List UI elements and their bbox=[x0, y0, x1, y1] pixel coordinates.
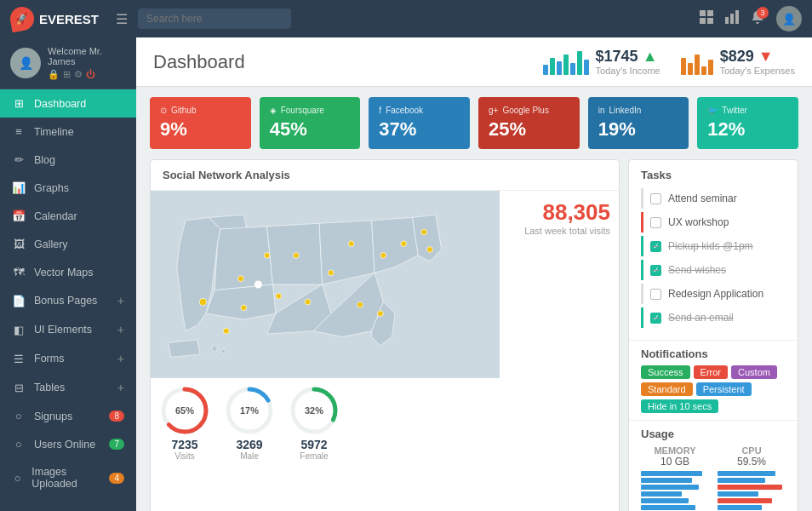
svg-rect-0 bbox=[700, 10, 706, 16]
sidebar-item-calendar[interactable]: 📅 Calendar bbox=[0, 202, 136, 230]
sidebar-item-images-uploaded[interactable]: ○ Images Uploaded 4 bbox=[0, 458, 136, 497]
expenses-label: Today's Expenses bbox=[720, 66, 795, 76]
profile-settings-icon[interactable]: ⚙ bbox=[74, 69, 83, 80]
vectormaps-icon: 🗺 bbox=[12, 266, 26, 278]
svg-rect-6 bbox=[735, 10, 739, 24]
svg-point-22 bbox=[427, 247, 433, 253]
tag-error[interactable]: Error bbox=[694, 365, 728, 379]
svg-point-14 bbox=[276, 293, 282, 299]
task-item-attend: Attend seminar bbox=[641, 188, 786, 209]
sidebar-label-timeline: Timeline bbox=[34, 126, 74, 138]
sidebar-item-timeline[interactable]: ≡ Timeline bbox=[0, 118, 136, 146]
chart-nav-icon[interactable] bbox=[725, 10, 739, 27]
mem-bar-2 bbox=[641, 478, 692, 483]
sidebar-nav: ⊞ Dashboard ≡ Timeline ✏ Blog 📊 Graphs 📅… bbox=[0, 89, 136, 511]
cpu-bar-6 bbox=[718, 505, 762, 510]
social-card-github[interactable]: ⊙ Github 9% bbox=[150, 97, 251, 149]
search-input[interactable] bbox=[138, 9, 291, 29]
tag-persistent[interactable]: Persistent bbox=[696, 382, 752, 396]
mem-bar-4 bbox=[641, 491, 682, 497]
bonus-icon: 📄 bbox=[12, 295, 26, 307]
svg-point-24 bbox=[357, 302, 363, 308]
sidebar-item-dashboard[interactable]: ⊞ Dashboard bbox=[0, 89, 136, 118]
sidebar-item-vector-maps[interactable]: 🗺 Vector Maps bbox=[0, 258, 136, 286]
social-card-facebook[interactable]: f Facebook 37% bbox=[369, 97, 470, 149]
sidebar-item-ui-elements[interactable]: ◧ UI Elements + bbox=[0, 315, 136, 344]
circle-visits: 65% 7235 Visits bbox=[159, 385, 210, 461]
cpu-bar-4 bbox=[718, 491, 758, 497]
sidebar-item-graphs[interactable]: 📊 Graphs bbox=[0, 174, 136, 202]
sidebar-item-tables[interactable]: ⊟ Tables + bbox=[0, 373, 136, 402]
cpu-bar-3 bbox=[718, 485, 782, 490]
sidebar-item-forms[interactable]: ☰ Forms + bbox=[0, 344, 136, 373]
usage-cpu: CPU 59.5% bbox=[718, 445, 786, 510]
social-card-linkedin[interactable]: in LinkedIn 19% bbox=[588, 97, 689, 149]
forms-icon: ☰ bbox=[12, 353, 26, 365]
usage-panel: Usage MEMORY 10 GB bbox=[629, 420, 798, 511]
mem-bar-3 bbox=[641, 485, 699, 490]
cpu-bar-5 bbox=[718, 498, 772, 503]
svg-rect-2 bbox=[700, 18, 706, 24]
svg-point-17 bbox=[305, 299, 311, 305]
task-item-redesign: Redesign Application bbox=[641, 284, 786, 304]
task-cb-wishes[interactable]: ✓ bbox=[650, 265, 661, 276]
facebook-header: f Facebook bbox=[379, 106, 460, 115]
svg-point-23 bbox=[378, 311, 384, 317]
income-stat: $1745 ▲ Today's Income bbox=[543, 48, 660, 76]
sidebar-item-users-online[interactable]: ○ Users Online 7 bbox=[0, 430, 136, 458]
circle-wrap-visits: 65% bbox=[159, 385, 210, 436]
task-cb-attend[interactable] bbox=[650, 193, 661, 204]
github-icon: ⊙ bbox=[160, 106, 167, 115]
sidebar-item-blog[interactable]: ✏ Blog bbox=[0, 146, 136, 174]
total-visits-label: Last week total visits bbox=[524, 226, 610, 236]
income-bar-4 bbox=[563, 55, 569, 75]
tasks-title: Tasks bbox=[641, 169, 786, 181]
sidebar-active-arrow bbox=[129, 97, 136, 111]
bell-nav-icon[interactable]: 3 bbox=[751, 10, 764, 27]
task-cb-pickup[interactable]: ✓ bbox=[650, 241, 661, 252]
tag-standard[interactable]: Standard bbox=[641, 382, 693, 396]
task-cb-redesign[interactable] bbox=[650, 289, 661, 300]
income-bar-3 bbox=[557, 61, 562, 75]
foursquare-pct: 45% bbox=[270, 118, 351, 141]
menu-toggle-icon[interactable]: ☰ bbox=[116, 11, 128, 27]
profile-lock-icon[interactable]: 🔒 bbox=[48, 69, 60, 80]
cpu-value: 59.5% bbox=[718, 456, 786, 468]
expenses-trend-icon: ▼ bbox=[758, 48, 774, 65]
sidebar-profile: 👤 Welcome Mr. James 🔒 ⊞ ⚙ ⏻ bbox=[0, 37, 136, 89]
circle-wrap-male: 17% bbox=[224, 385, 275, 436]
income-bar-2 bbox=[550, 58, 555, 75]
profile-power-icon[interactable]: ⏻ bbox=[86, 69, 95, 80]
profile-grid-icon[interactable]: ⊞ bbox=[63, 69, 71, 80]
income-info: $1745 ▲ Today's Income bbox=[596, 48, 660, 76]
grid-nav-icon[interactable] bbox=[700, 10, 713, 27]
github-pct: 9% bbox=[160, 118, 241, 141]
usa-map-svg bbox=[151, 191, 500, 378]
social-card-foursquare[interactable]: ◈ Foursquare 45% bbox=[260, 97, 361, 149]
user-avatar[interactable]: 👤 bbox=[776, 6, 802, 32]
page-header: Dashboard $1745 bbox=[136, 37, 812, 87]
tag-custom[interactable]: Custom bbox=[731, 365, 777, 379]
sidebar-label-blog: Blog bbox=[34, 154, 55, 166]
social-card-twitter[interactable]: 🐦 Twitter 12% bbox=[697, 97, 798, 149]
bonus-plus-icon: + bbox=[117, 294, 124, 307]
sidebar-item-bonus-pages[interactable]: 📄 Bonus Pages + bbox=[0, 286, 136, 315]
task-cb-email[interactable]: ✓ bbox=[650, 313, 661, 324]
tag-success[interactable]: Success bbox=[641, 365, 690, 379]
social-card-googleplus[interactable]: g+ Google Plus 25% bbox=[478, 97, 580, 149]
sidebar-item-gallery[interactable]: 🖼 Gallery bbox=[0, 230, 136, 258]
memory-value: 10 GB bbox=[641, 456, 709, 468]
cpu-label: CPU bbox=[718, 445, 786, 456]
svg-point-25 bbox=[254, 280, 263, 289]
task-cb-ux[interactable] bbox=[650, 217, 661, 228]
sidebar-label-calendar: Calendar bbox=[34, 210, 77, 222]
tag-hide[interactable]: Hide in 10 secs bbox=[641, 399, 718, 413]
ui-icon: ◧ bbox=[12, 324, 26, 336]
memory-bars bbox=[641, 471, 709, 510]
googleplus-header: g+ Google Plus bbox=[489, 106, 569, 115]
logo: 🚀 EVEREST bbox=[10, 7, 99, 31]
cpu-bar-1 bbox=[718, 471, 775, 476]
sidebar-item-signups[interactable]: ○ Signups 8 bbox=[0, 402, 136, 430]
task-item-pickup: ✓ Pickup kids @1pm bbox=[641, 236, 786, 256]
svg-point-10 bbox=[223, 328, 229, 334]
